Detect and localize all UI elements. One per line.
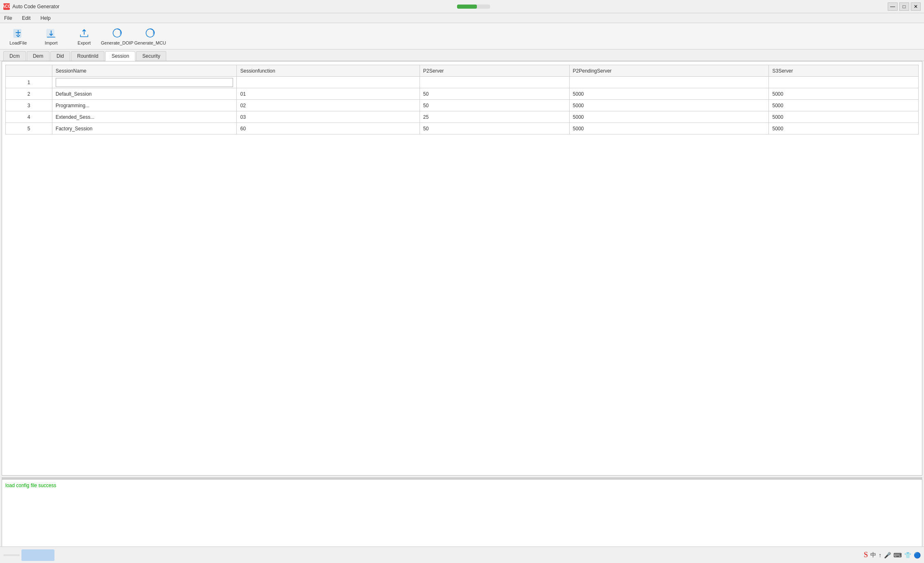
progress-bar [457, 5, 477, 9]
generate-doip-button[interactable]: Generate_DOIP [102, 25, 132, 48]
table-header-row: SessionName Sessionfunction P2Server P2P… [6, 65, 919, 77]
close-button[interactable]: ✕ [911, 2, 921, 11]
tab-dcm[interactable]: Dcm [3, 51, 26, 61]
row-2-sessionname[interactable]: Default_Session [52, 88, 237, 100]
row-4-sessionname[interactable]: Extended_Sess... [52, 111, 237, 123]
import-label: Import [45, 40, 57, 45]
export-label: Export [78, 40, 91, 45]
app-icon: ACG [3, 3, 10, 10]
taskbar-app-item[interactable] [21, 549, 54, 561]
window-controls: — □ ✕ [888, 2, 921, 11]
tab-did[interactable]: Did [50, 51, 70, 61]
col-header-sessionname: SessionName [52, 65, 237, 77]
row-5-p2pendingserver[interactable]: 5000 [569, 123, 769, 134]
tab-rountinid[interactable]: RountinId [71, 51, 104, 61]
import-icon [45, 27, 57, 39]
content-wrapper: Dcm Dem Did RountinId Session Security S… [0, 49, 924, 563]
row-3-p2pendingserver[interactable]: 5000 [569, 100, 769, 111]
app-title: Auto Code Generator [12, 4, 59, 9]
col-header-rownum [6, 65, 52, 77]
col-header-s3server: S3Server [769, 65, 919, 77]
col-header-p2pendingserver: P2PendingServer [569, 65, 769, 77]
row-4-p2server[interactable]: 25 [420, 111, 569, 123]
row-3-sessionname[interactable]: Programming... [52, 100, 237, 111]
generate-mcu-button[interactable]: Generate_MCU [135, 25, 165, 48]
session-table: SessionName Sessionfunction P2Server P2P… [5, 65, 919, 134]
title-bar-left: ACG Auto Code Generator [3, 3, 59, 10]
tray-icon-s: S [864, 551, 868, 559]
loadfile-label: LoadFile [9, 40, 27, 45]
row-1-sessionfunction[interactable] [237, 77, 420, 88]
generate-doip-icon [111, 27, 123, 39]
col-header-sessionfunction: Sessionfunction [237, 65, 420, 77]
toolbar: LoadFile Import Export [0, 23, 924, 49]
taskbar-start[interactable] [3, 554, 20, 556]
progress-bar-container [457, 5, 490, 9]
export-icon [78, 27, 90, 39]
generate-mcu-label: Generate_MCU [134, 40, 166, 45]
row-5-sessionfunction[interactable]: 60 [237, 123, 420, 134]
minimize-button[interactable]: — [888, 2, 898, 11]
row-1-s3server[interactable] [769, 77, 919, 88]
system-tray: S 中 ↑ 🎤 ⌨ 👕 🔵 [864, 551, 921, 559]
generate-mcu-icon [144, 27, 156, 39]
row-num-5: 5 [6, 123, 52, 134]
tray-icon-mic[interactable]: 🎤 [884, 552, 891, 558]
status-message: load config file success [5, 483, 56, 488]
menu-help[interactable]: Help [38, 14, 53, 22]
row-4-s3server[interactable]: 5000 [769, 111, 919, 123]
tray-icon-zh[interactable]: 中 [870, 551, 876, 559]
row-num-1: 1 [6, 77, 52, 88]
row-1-sessionname[interactable] [52, 77, 237, 88]
row-5-s3server[interactable]: 5000 [769, 123, 919, 134]
import-button[interactable]: Import [36, 25, 66, 48]
svg-point-3 [83, 29, 85, 31]
table-row: 1 [6, 77, 919, 88]
tab-content-session: SessionName Sessionfunction P2Server P2P… [2, 61, 922, 476]
svg-rect-1 [47, 29, 54, 38]
tray-icon-shirt[interactable]: 👕 [904, 552, 911, 558]
tab-security[interactable]: Security [136, 51, 166, 61]
row-5-sessionname[interactable]: Factory_Session [52, 123, 237, 134]
row-2-p2pendingserver[interactable]: 5000 [569, 88, 769, 100]
title-bar: ACG Auto Code Generator — □ ✕ [0, 0, 924, 13]
menu-file[interactable]: File [2, 14, 14, 22]
row-3-s3server[interactable]: 5000 [769, 100, 919, 111]
taskbar-left [3, 549, 54, 561]
tray-icon-dot: 🔵 [914, 552, 921, 558]
table-row: 4 Extended_Sess... 03 25 5000 5000 [6, 111, 919, 123]
table-row: 3 Programming... 02 50 5000 5000 [6, 100, 919, 111]
row-1-p2server[interactable] [420, 77, 569, 88]
app-window: ACG Auto Code Generator — □ ✕ File Edit … [0, 0, 924, 563]
row-num-3: 3 [6, 100, 52, 111]
menu-edit[interactable]: Edit [19, 14, 33, 22]
row-3-p2server[interactable]: 50 [420, 100, 569, 111]
row-3-sessionfunction[interactable]: 02 [237, 100, 420, 111]
taskbar: S 中 ↑ 🎤 ⌨ 👕 🔵 [0, 547, 924, 563]
tabs: Dcm Dem Did RountinId Session Security [0, 49, 924, 61]
table-row: 5 Factory_Session 60 50 5000 5000 [6, 123, 919, 134]
menu-bar: File Edit Help [0, 13, 924, 23]
row-2-p2server[interactable]: 50 [420, 88, 569, 100]
loadfile-icon [12, 27, 24, 39]
row-2-s3server[interactable]: 5000 [769, 88, 919, 100]
row-4-p2pendingserver[interactable]: 5000 [569, 111, 769, 123]
row-num-4: 4 [6, 111, 52, 123]
loadfile-button[interactable]: LoadFile [3, 25, 33, 48]
maximize-button[interactable]: □ [899, 2, 909, 11]
row-4-sessionfunction[interactable]: 03 [237, 111, 420, 123]
sessionname-input-1[interactable] [56, 78, 233, 87]
row-num-2: 2 [6, 88, 52, 100]
tab-session[interactable]: Session [105, 51, 135, 61]
row-1-p2pendingserver[interactable] [569, 77, 769, 88]
row-2-sessionfunction[interactable]: 01 [237, 88, 420, 100]
table-wrapper: SessionName Sessionfunction P2Server P2P… [2, 61, 922, 138]
col-header-p2server: P2Server [420, 65, 569, 77]
table-row: 2 Default_Session 01 50 5000 5000 [6, 88, 919, 100]
row-5-p2server[interactable]: 50 [420, 123, 569, 134]
tab-dem[interactable]: Dem [27, 51, 50, 61]
tray-icon-keyboard[interactable]: ⌨ [893, 552, 902, 558]
generate-doip-label: Generate_DOIP [101, 40, 134, 45]
export-button[interactable]: Export [69, 25, 99, 48]
tray-icon-arrow: ↑ [879, 552, 882, 558]
